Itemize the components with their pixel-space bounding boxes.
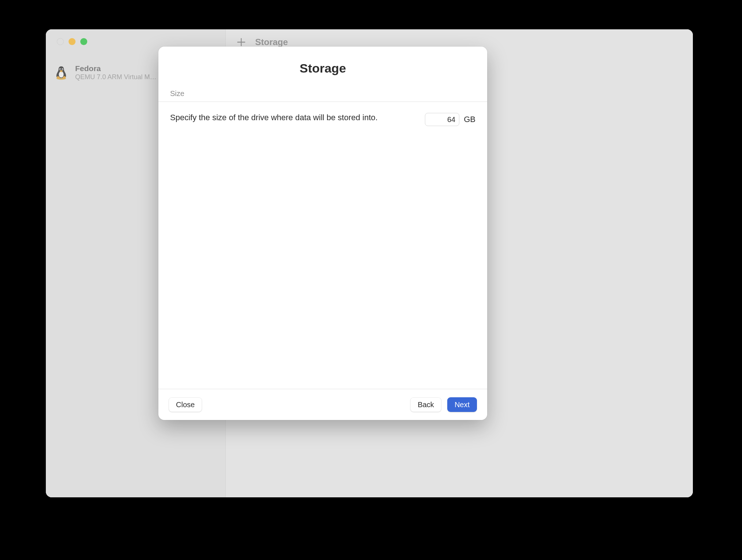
next-button[interactable]: Next xyxy=(447,397,477,412)
add-button[interactable] xyxy=(236,37,246,47)
close-button[interactable]: Close xyxy=(169,397,202,412)
back-button[interactable]: Back xyxy=(410,397,441,412)
toolbar-title: Storage xyxy=(255,37,288,47)
svg-point-4 xyxy=(60,69,60,70)
window-zoom-button[interactable] xyxy=(80,38,87,45)
window-minimize-button[interactable] xyxy=(69,38,76,45)
modal-title: Storage xyxy=(158,61,487,75)
size-description: Specify the size of the drive where data… xyxy=(170,112,418,124)
modal-body: Specify the size of the drive where data… xyxy=(158,102,487,389)
window-close-button[interactable] xyxy=(57,38,64,45)
svg-point-5 xyxy=(62,69,63,70)
size-input[interactable] xyxy=(425,113,459,126)
size-section-label: Size xyxy=(158,86,487,102)
svg-point-1 xyxy=(59,71,63,78)
modal-footer: Close Back Next xyxy=(158,389,487,420)
storage-modal: Storage Size Specify the size of the dri… xyxy=(158,47,487,420)
size-unit: GB xyxy=(464,115,475,124)
linux-penguin-icon xyxy=(52,64,70,81)
